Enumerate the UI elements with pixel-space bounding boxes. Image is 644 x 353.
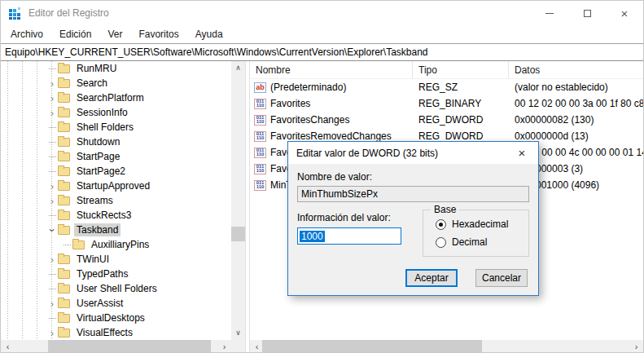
dialog-close-button[interactable]: × (506, 142, 538, 164)
address-path: Equipo\HKEY_CURRENT_USER\Software\Micros… (5, 46, 428, 58)
tree-item-label: UserAssist (74, 297, 125, 310)
tree-item-auxilliarypins[interactable]: AuxilliaryPins (1, 237, 231, 252)
tree-hscroll-thumb[interactable] (48, 340, 211, 353)
address-bar[interactable]: Equipo\HKEY_CURRENT_USER\Software\Micros… (1, 43, 643, 61)
tree-item-shell-folders[interactable]: Shell Folders (1, 120, 231, 135)
registry-tree: RunMRU›Search›SearchPlatform›SessionInfo… (1, 61, 231, 340)
value-row--predeterminado-[interactable]: ab(Predeterminado)REG_SZ(valor no establ… (250, 79, 643, 95)
binary-value-icon: 011110 (254, 148, 266, 158)
folder-icon (58, 226, 70, 235)
tree-item-user-shell-folders[interactable]: User Shell Folders (1, 281, 231, 296)
tree-item-shutdown[interactable]: Shutdown (1, 135, 231, 149)
tree-leaf-connector (61, 245, 72, 245)
value-data: 00 12 02 00 00 3a 00 1f 80 c8 27 (509, 98, 643, 109)
scroll-down-icon[interactable]: ∨ (231, 326, 245, 340)
value-data-input[interactable]: 1000 (297, 227, 401, 245)
chevron-right-icon[interactable]: › (46, 181, 58, 192)
tree-item-label: RunMRU (74, 62, 119, 75)
registry-app-icon (8, 7, 22, 20)
tree-item-stuckrects3[interactable]: StuckRects3 (1, 208, 231, 223)
string-value-icon: ab (254, 82, 266, 93)
folder-icon (58, 108, 70, 117)
tree-item-userassist[interactable]: ›UserAssist (1, 296, 231, 311)
accept-button[interactable]: Aceptar (405, 269, 458, 287)
chevron-right-icon[interactable]: › (46, 78, 58, 89)
tree-item-startpage2[interactable]: StartPage2 (1, 164, 231, 179)
folder-icon (72, 240, 85, 249)
tree-item-label: VisualEffects (74, 326, 135, 339)
tree-vscroll-thumb[interactable] (231, 227, 245, 241)
tree-item-label: AuxilliaryPins (89, 238, 151, 251)
decimal-radio-row[interactable]: Decimal (436, 236, 528, 248)
tree-vertical-scrollbar[interactable]: ∧ ∨ (231, 61, 245, 340)
dialog-body: Nombre de valor: MinThumbSizePx Informac… (288, 164, 538, 287)
tree-item-twinui[interactable]: ›TWinUI (1, 252, 231, 267)
hexadecimal-radio[interactable] (436, 219, 446, 230)
value-data-label: Información del valor: (297, 212, 416, 223)
chevron-right-icon[interactable]: › (46, 108, 58, 118)
chevron-down-icon[interactable]: › (46, 225, 58, 236)
list-hscroll-thumb[interactable] (262, 340, 482, 353)
value-row-favoriteschanges[interactable]: 011110FavoritesChangesREG_DWORD0x0000008… (250, 112, 643, 128)
tree-item-sessioninfo[interactable]: ›SessionInfo (1, 105, 231, 120)
cancel-button[interactable]: Cancelar (475, 269, 528, 287)
tree-item-startpage[interactable]: StartPage (1, 149, 231, 164)
column-header-nombre[interactable]: Nombre (250, 61, 413, 78)
folder-icon (58, 64, 70, 73)
tree-item-runmru[interactable]: RunMRU (1, 61, 231, 76)
tree-item-label: StartupApproved (74, 179, 152, 192)
column-header-tipo[interactable]: Tipo (413, 61, 509, 78)
cancel-button-label: Cancelar (482, 272, 521, 284)
close-button[interactable]: × (606, 1, 643, 25)
column-header-datos[interactable]: Datos (509, 61, 643, 78)
value-row-favorites[interactable]: 011110FavoritesREG_BINARY00 12 02 00 00 … (250, 95, 643, 112)
tree-item-typedpaths[interactable]: TypedPaths (1, 267, 231, 281)
chevron-right-icon[interactable]: › (46, 93, 58, 104)
tree-item-taskband[interactable]: ›Taskband (1, 223, 231, 237)
base-groupbox: Base Hexadecimal Decimal (423, 210, 529, 257)
tree-item-label: Taskband (74, 223, 120, 236)
scroll-up-icon[interactable]: ∧ (231, 61, 245, 75)
tree-leaf-connector (46, 127, 58, 128)
menu-edicion[interactable]: Edición (51, 27, 99, 42)
folder-icon (58, 196, 70, 205)
tree-item-search[interactable]: ›Search (1, 76, 231, 90)
decimal-radio-label: Decimal (452, 236, 487, 248)
menu-ver[interactable]: Ver (99, 27, 130, 42)
chevron-right-icon[interactable]: › (46, 298, 58, 309)
binary-value-icon: 011110 (254, 180, 266, 191)
scroll-left-icon[interactable]: ‹ (1, 340, 15, 353)
minimize-button[interactable] (531, 1, 568, 25)
maximize-button[interactable] (568, 1, 606, 25)
value-name: FavoritesChanges (270, 114, 349, 126)
scroll-right-icon[interactable]: › (629, 340, 643, 353)
list-horizontal-scrollbar[interactable]: ‹ › (250, 340, 643, 353)
value-name-field[interactable]: MinThumbSizePx (297, 186, 529, 202)
chevron-right-icon[interactable]: › (46, 196, 58, 206)
chevron-right-icon[interactable]: › (46, 328, 58, 338)
window-title: Editor del Registro (28, 7, 109, 19)
tree-horizontal-scrollbar[interactable]: ‹ › (1, 340, 231, 353)
tree-item-visualeffects[interactable]: ›VisualEffects (1, 325, 231, 340)
tree-item-label: StartPage (74, 150, 122, 163)
menu-archivo[interactable]: Archivo (2, 27, 51, 42)
hexadecimal-radio-row[interactable]: Hexadecimal (436, 218, 528, 230)
decimal-radio[interactable] (436, 237, 446, 248)
menu-favoritos[interactable]: Favoritos (130, 27, 186, 42)
menu-ayuda[interactable]: Ayuda (187, 27, 231, 42)
tree-item-startupapproved[interactable]: ›StartupApproved (1, 179, 231, 193)
tree-item-label: Search (74, 77, 110, 90)
tree-item-label: SearchPlatform (74, 91, 147, 104)
chevron-right-icon[interactable]: › (46, 254, 58, 265)
edit-dword-dialog: Editar valor de DWORD (32 bits) × Nombre… (287, 141, 539, 296)
tree-item-streams[interactable]: ›Streams (1, 193, 231, 208)
tree-item-label: TypedPaths (74, 267, 130, 280)
tree-item-virtualdesktops[interactable]: VirtualDesktops (1, 311, 231, 325)
tree-item-searchplatform[interactable]: ›SearchPlatform (1, 90, 231, 105)
scroll-right-icon[interactable]: › (217, 340, 231, 353)
folder-icon (58, 94, 70, 103)
tree-leaf-connector (46, 157, 58, 157)
hexadecimal-radio-label: Hexadecimal (452, 218, 508, 230)
value-data: 0x0000000d (13) (509, 130, 643, 142)
tree-leaf-connector (46, 171, 58, 172)
